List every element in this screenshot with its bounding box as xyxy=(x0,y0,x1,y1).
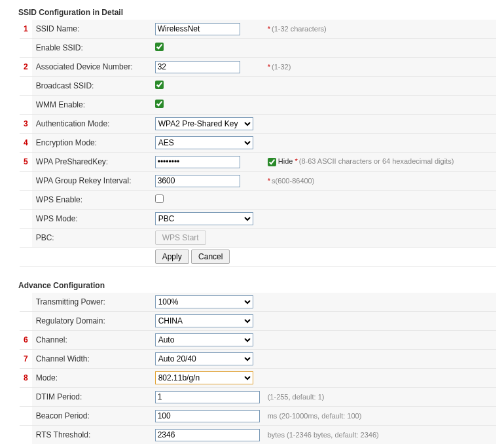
required-marker: * xyxy=(295,157,297,165)
psk-input[interactable] xyxy=(155,156,240,168)
advance-section-title: Advance Configuration xyxy=(18,278,496,293)
ssid-cancel-button[interactable]: Cancel xyxy=(191,250,230,264)
row-marker: 8 xyxy=(20,369,32,388)
wps-enable-checkbox[interactable] xyxy=(155,194,164,203)
tx-power-label: Transmitting Power: xyxy=(32,293,151,312)
row-marker: 1 xyxy=(20,20,32,39)
reg-domain-select[interactable]: CHINA xyxy=(155,314,253,327)
psk-hint: (8-63 ASCII characters or 64 hexadecimal… xyxy=(299,157,454,165)
channel-select[interactable]: Auto xyxy=(155,333,253,346)
required-marker: * xyxy=(268,25,270,33)
assoc-dev-hint: (1-32) xyxy=(272,63,291,71)
group-rekey-label: WPA Group Rekey Interval: xyxy=(32,172,151,191)
required-marker: * xyxy=(268,63,270,71)
wmm-enable-label: WMM Enable: xyxy=(32,96,151,115)
psk-label: WPA PreSharedKey: xyxy=(32,153,151,172)
ssid-apply-button[interactable]: Apply xyxy=(155,250,189,264)
auth-mode-select[interactable]: WPA2 Pre-Shared Key xyxy=(155,117,253,130)
ssid-config-section: SSID Configuration in Detail 1 SSID Name… xyxy=(20,5,496,267)
psk-hide-label: Hide xyxy=(278,157,293,165)
advance-config-section: Advance Configuration Transmitting Power… xyxy=(20,278,496,444)
enable-ssid-checkbox[interactable] xyxy=(155,43,164,51)
row-marker: 7 xyxy=(20,350,32,369)
psk-hide-checkbox[interactable] xyxy=(268,158,276,166)
assoc-dev-label: Associated Device Number: xyxy=(32,58,151,77)
pbc-label: PBC: xyxy=(32,229,151,248)
channel-width-label: Channel Width: xyxy=(32,350,151,369)
beacon-input[interactable] xyxy=(155,410,260,422)
assoc-dev-input[interactable] xyxy=(155,61,240,73)
row-marker: 5 xyxy=(20,153,32,172)
row-marker: 2 xyxy=(20,58,32,77)
row-marker: 3 xyxy=(20,115,32,134)
enc-mode-select[interactable]: AES xyxy=(155,136,253,149)
rts-input[interactable] xyxy=(155,429,260,441)
dtim-hint: (1-255, default: 1) xyxy=(264,388,496,407)
ssid-name-hint: (1-32 characters) xyxy=(272,25,327,33)
row-marker: 4 xyxy=(20,134,32,153)
auth-mode-label: Authentication Mode: xyxy=(32,115,151,134)
wps-enable-label: WPS Enable: xyxy=(32,191,151,210)
beacon-label: Beacon Period: xyxy=(32,407,151,426)
broadcast-ssid-label: Broadcast SSID: xyxy=(32,77,151,96)
ssid-name-input[interactable] xyxy=(155,23,240,35)
rts-hint: bytes (1-2346 bytes, default: 2346) xyxy=(264,426,496,445)
required-marker: * xyxy=(268,177,270,185)
mode-select[interactable]: 802.11b/g/n xyxy=(155,371,253,384)
dtim-input[interactable] xyxy=(155,391,260,403)
row-marker: 6 xyxy=(20,331,32,350)
group-rekey-hint: s(600-86400) xyxy=(272,177,314,185)
reg-domain-label: Regulatory Domain: xyxy=(32,312,151,331)
enc-mode-label: Encryption Mode: xyxy=(32,134,151,153)
dtim-label: DTIM Period: xyxy=(32,388,151,407)
wps-mode-select[interactable]: PBC xyxy=(155,212,253,225)
wps-start-button: WPS Start xyxy=(155,231,206,245)
channel-width-select[interactable]: Auto 20/40 xyxy=(155,352,253,365)
wmm-enable-checkbox[interactable] xyxy=(155,100,164,108)
mode-label: Mode: xyxy=(32,369,151,388)
wps-mode-label: WPS Mode: xyxy=(32,210,151,229)
ssid-name-label: SSID Name: xyxy=(32,20,151,39)
group-rekey-input[interactable] xyxy=(155,175,240,187)
ssid-section-title: SSID Configuration in Detail xyxy=(18,5,496,20)
tx-power-select[interactable]: 100% xyxy=(155,295,253,308)
beacon-hint: ms (20-1000ms, default: 100) xyxy=(264,407,496,426)
broadcast-ssid-checkbox[interactable] xyxy=(155,81,164,89)
enable-ssid-label: Enable SSID: xyxy=(32,39,151,58)
rts-label: RTS Threshold: xyxy=(32,426,151,445)
advance-config-table: Transmitting Power: 100% Regulatory Doma… xyxy=(20,293,496,444)
ssid-config-table: 1 SSID Name: *(1-32 characters) Enable S… xyxy=(20,20,496,267)
channel-label: Channel: xyxy=(32,331,151,350)
